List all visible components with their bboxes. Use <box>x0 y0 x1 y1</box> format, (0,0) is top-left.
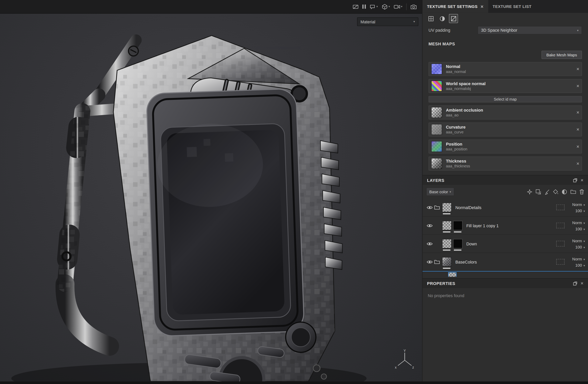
mesh-map-name: Normal <box>446 64 460 69</box>
gizmo-z-label: z <box>412 365 414 369</box>
visibility-eye-icon[interactable] <box>426 224 433 227</box>
axis-gizmo[interactable]: Y x z <box>394 349 415 371</box>
screenshot-icon[interactable] <box>410 4 417 9</box>
layer-name[interactable]: Down <box>462 241 556 246</box>
close-tab-icon[interactable]: × <box>481 4 483 9</box>
mesh-map-row[interactable]: Thicknessaaa_thickness × <box>429 157 582 171</box>
mesh-map-name: World space normal <box>446 81 485 86</box>
layer-thumbnail[interactable] <box>442 257 452 267</box>
tab-texture-set-settings[interactable]: TEXTURE SET SETTINGS × <box>422 0 488 13</box>
blend-mode-dropdown[interactable]: Norm <box>572 220 585 225</box>
viewport-display-mode-dropdown[interactable]: Material <box>357 17 418 26</box>
layer-thumbnail[interactable] <box>442 239 452 249</box>
world-space-normal-thumbnail[interactable] <box>431 81 442 91</box>
visibility-eye-icon[interactable] <box>426 242 433 246</box>
mesh-map-file: aaa_normalobj <box>446 86 576 91</box>
opacity-dropdown[interactable]: 100 <box>575 244 585 249</box>
camera-settings-icon[interactable]: ▾ <box>394 4 402 9</box>
tab-label: TEXTURE SET SETTINGS <box>427 4 478 9</box>
opacity-dropdown[interactable]: 100 <box>575 226 585 231</box>
layer-row[interactable]: NormalDetails Norm 100 <box>422 198 588 217</box>
hide-overlays-icon[interactable] <box>353 4 358 9</box>
tab-label: TEXTURE SET LIST <box>493 4 531 9</box>
uv-padding-dropdown[interactable]: 3D Space Neighbor <box>478 26 582 34</box>
display-settings-icon[interactable]: ▾ <box>370 4 378 9</box>
layer-name[interactable]: NormalDetails <box>452 205 556 210</box>
uv-padding-label: UV padding <box>429 28 474 32</box>
mesh-maps-list: Normalaaa_normal × World space normalaaa… <box>429 62 582 173</box>
blend-mode-dropdown[interactable]: Norm <box>572 202 585 207</box>
properties-header: PROPERTIES × <box>422 278 588 288</box>
layer-mask-placeholder[interactable] <box>556 204 565 210</box>
layer-name[interactable]: Fill layer 1 copy 1 <box>462 223 556 228</box>
layer-mask-placeholder[interactable] <box>556 241 565 246</box>
add-paint-layer-icon[interactable] <box>544 189 550 194</box>
select-id-map-button[interactable]: Select id map <box>429 96 582 102</box>
visibility-eye-icon[interactable] <box>426 260 433 264</box>
viewport-toolbar: ▾ ▾ ▾ <box>0 0 422 14</box>
layer-row[interactable]: Down Norm 100 <box>422 235 588 253</box>
add-smart-material-icon[interactable] <box>562 189 567 194</box>
undock-panel-icon[interactable] <box>573 281 577 286</box>
opacity-dropdown[interactable]: 100 <box>575 208 585 213</box>
layer-row-selected-clipped[interactable] <box>422 271 588 277</box>
layer-mask-placeholder[interactable] <box>556 223 565 228</box>
visibility-eye-icon[interactable] <box>426 205 433 209</box>
channels-subtab-icon[interactable] <box>426 14 435 23</box>
mesh-map-row[interactable]: Normalaaa_normal × <box>429 62 582 76</box>
folder-icon[interactable] <box>433 259 441 264</box>
clear-map-icon[interactable]: × <box>576 127 579 132</box>
thickness-thumbnail[interactable] <box>431 158 442 169</box>
blend-mode-dropdown[interactable]: Norm <box>572 238 585 243</box>
painter-app: ▾ ▾ ▾ Material Y x z <box>0 0 588 384</box>
delete-layer-icon[interactable] <box>579 189 584 194</box>
bake-mesh-maps-button[interactable]: Bake Mesh Maps <box>542 51 582 59</box>
clear-map-icon[interactable]: × <box>576 84 579 88</box>
channel-filter-value: Base color <box>429 189 448 194</box>
blend-mode-dropdown[interactable]: Norm <box>572 256 585 261</box>
mesh-display-icon[interactable]: ▾ <box>382 4 390 10</box>
mesh-map-row[interactable]: World space normalaaa_normalobj × <box>429 79 582 93</box>
viewport-3d[interactable]: ▾ ▾ ▾ Material Y x z <box>0 0 422 382</box>
normal-map-thumbnail[interactable] <box>431 64 442 75</box>
undock-panel-icon[interactable] <box>573 178 577 182</box>
pause-icon[interactable] <box>362 4 366 9</box>
add-layer-with-mask-icon[interactable] <box>536 189 541 194</box>
layer-thumbnail[interactable] <box>448 272 456 277</box>
clear-map-icon[interactable]: × <box>576 67 579 71</box>
layer-thumbnail[interactable] <box>442 221 452 230</box>
position-thumbnail[interactable] <box>431 141 442 152</box>
mesh-map-row[interactable]: Curvatureaaa_curve × <box>429 122 582 136</box>
toolbar-separator <box>406 3 407 10</box>
uv-padding-value: 3D Space Neighbor <box>481 28 576 32</box>
ambient-occlusion-thumbnail[interactable] <box>431 107 442 118</box>
smart-materials-subtab-icon[interactable] <box>438 14 447 23</box>
channel-filter-dropdown[interactable]: Base color <box>426 188 454 196</box>
layer-mask-thumbnail[interactable] <box>453 221 462 230</box>
layers-header: LAYERS × <box>422 175 588 185</box>
clear-map-icon[interactable]: × <box>576 144 579 149</box>
add-group-icon[interactable] <box>570 189 576 194</box>
curvature-thumbnail[interactable] <box>431 124 442 135</box>
mesh-map-row[interactable]: Ambient occlusionaaa_ao × <box>429 106 582 119</box>
close-panel-icon[interactable]: × <box>581 281 584 286</box>
tab-texture-set-list[interactable]: TEXTURE SET LIST <box>488 0 536 13</box>
pipboy-3d-model[interactable] <box>0 14 422 381</box>
opacity-dropdown[interactable]: 100 <box>575 263 585 267</box>
folder-icon[interactable] <box>433 205 441 210</box>
layer-name[interactable]: BaseColors <box>452 259 556 264</box>
clear-map-icon[interactable]: × <box>576 161 579 166</box>
layer-thumbnail[interactable] <box>442 203 452 212</box>
clear-map-icon[interactable]: × <box>576 110 579 115</box>
layer-mask-placeholder[interactable] <box>556 259 565 264</box>
uv-padding-row: UV padding 3D Space Neighbor <box>422 24 588 36</box>
layer-row[interactable]: BaseColors Norm 100 <box>422 253 588 271</box>
layer-row[interactable]: Fill layer 1 copy 1 Norm 100 <box>422 217 588 235</box>
layer-mask-thumbnail[interactable] <box>453 239 462 249</box>
add-effect-icon[interactable] <box>527 189 532 194</box>
platform-subtab-icon[interactable] <box>449 14 458 23</box>
chevron-down-icon: ▾ <box>401 5 402 8</box>
close-panel-icon[interactable]: × <box>581 178 584 182</box>
mesh-map-row[interactable]: Positionaaa_position × <box>429 140 582 153</box>
add-fill-layer-icon[interactable] <box>553 189 558 194</box>
